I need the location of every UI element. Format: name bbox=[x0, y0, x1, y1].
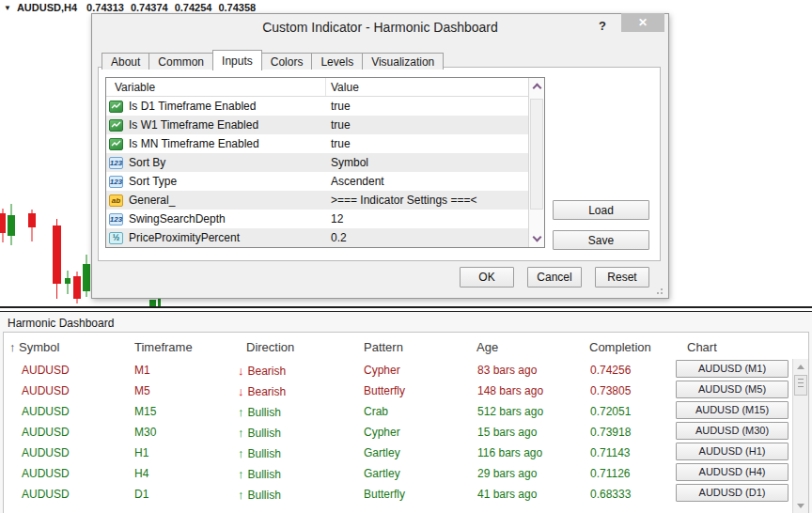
scrollbar-thumb[interactable] bbox=[794, 375, 807, 396]
scroll-down-icon[interactable] bbox=[797, 504, 804, 508]
cell-symbol: AUDUSD bbox=[22, 405, 70, 418]
open-chart-button[interactable]: AUDUSD (M5) bbox=[676, 381, 789, 398]
cell-age: 29 bars ago bbox=[477, 467, 537, 480]
column-header-completion[interactable]: Completion bbox=[589, 340, 651, 354]
custom-indicator-dialog: Custom Indicator - Harmonic Dashboard ? … bbox=[91, 13, 669, 299]
input-variable: PriceProximityPercent bbox=[129, 231, 240, 244]
cell-symbol: AUDUSD bbox=[22, 446, 70, 459]
input-variable: Is D1 Timeframe Enabled bbox=[129, 100, 256, 113]
input-value[interactable]: true bbox=[331, 137, 351, 150]
table-row: AUDUSD D1 ↑Bullish Butterfly 41 bars ago… bbox=[4, 483, 791, 504]
inputs-scrollbar[interactable] bbox=[528, 78, 544, 247]
timeframe-chart-icon bbox=[109, 119, 123, 132]
cell-age: 116 bars ago bbox=[477, 446, 542, 459]
scrollbar-thumb[interactable] bbox=[530, 99, 543, 210]
tab-common[interactable]: Common bbox=[148, 53, 213, 70]
open-chart-button[interactable]: AUDUSD (M1) bbox=[676, 360, 789, 378]
chart-dropdown-icon[interactable]: ▼ bbox=[4, 4, 11, 12]
input-value[interactable]: true bbox=[331, 118, 351, 132]
fraction-icon: ½ bbox=[109, 232, 123, 244]
input-value[interactable]: true bbox=[331, 100, 351, 113]
reset-button[interactable]: Reset bbox=[595, 267, 649, 288]
save-button[interactable]: Save bbox=[553, 230, 649, 250]
resize-grip[interactable] bbox=[656, 286, 664, 294]
input-row[interactable]: 123 Sort By Symbol bbox=[106, 153, 528, 172]
input-variable: Sort By bbox=[129, 156, 165, 169]
tab-colors[interactable]: Colors bbox=[261, 53, 313, 70]
open-chart-button[interactable]: AUDUSD (H4) bbox=[676, 463, 789, 481]
input-row[interactable]: Is W1 Timeframe Enabled true bbox=[106, 116, 528, 134]
column-header-age[interactable]: Age bbox=[476, 340, 498, 354]
cell-pattern: Cypher bbox=[364, 426, 400, 439]
input-row[interactable]: 123 Sort Type Ascendent bbox=[106, 172, 528, 191]
input-value[interactable]: 12 bbox=[331, 212, 343, 225]
variable-column-header: Variable bbox=[115, 81, 155, 94]
ok-button[interactable]: OK bbox=[460, 267, 514, 288]
cell-direction: ↑Bullish bbox=[238, 426, 281, 440]
dashboard-scrollbar[interactable] bbox=[792, 359, 808, 513]
tab-visualization[interactable]: Visualization bbox=[362, 53, 444, 70]
open-chart-button[interactable]: AUDUSD (M30) bbox=[676, 422, 789, 440]
scroll-up-icon[interactable] bbox=[797, 365, 804, 369]
column-header-timeframe[interactable]: Timeframe bbox=[134, 340, 193, 354]
open-chart-button[interactable]: AUDUSD (M15) bbox=[676, 401, 789, 419]
input-variable: General_ bbox=[129, 194, 175, 207]
cell-pattern: Butterfly bbox=[364, 384, 405, 397]
timeframe-chart-icon bbox=[109, 101, 123, 113]
text-icon: ab bbox=[109, 194, 123, 207]
input-row[interactable]: 123 SwingSearchDepth 12 bbox=[106, 210, 528, 228]
cell-direction: ↑Bullish bbox=[238, 467, 281, 481]
input-value[interactable]: Ascendent bbox=[331, 175, 384, 188]
input-value[interactable]: Symbol bbox=[331, 156, 368, 169]
input-row[interactable]: ½ PriceProximityPercent 0.2 bbox=[106, 228, 528, 247]
quote-high: 0.74374 bbox=[131, 2, 168, 13]
cell-symbol: AUDUSD bbox=[22, 488, 70, 501]
tab-inputs[interactable]: Inputs bbox=[212, 50, 262, 70]
bullish-arrow-icon: ↑ bbox=[238, 488, 244, 502]
cell-age: 41 bars ago bbox=[477, 488, 537, 501]
column-header-pattern[interactable]: Pattern bbox=[364, 340, 403, 354]
open-chart-button[interactable]: AUDUSD (H1) bbox=[676, 443, 789, 460]
quote-low: 0.74254 bbox=[175, 2, 212, 13]
cell-timeframe: H1 bbox=[134, 446, 148, 459]
inputs-rows: Is D1 Timeframe Enabled true Is W1 Timef… bbox=[106, 97, 528, 247]
cell-completion: 0.73918 bbox=[590, 426, 631, 439]
dashboard-rows: AUDUSD M1 ↓Bearish Cypher 83 bars ago 0.… bbox=[4, 359, 791, 504]
inputs-table: Variable Value Is D1 Timeframe Enabled t… bbox=[105, 77, 545, 248]
load-button[interactable]: Load bbox=[553, 200, 649, 220]
input-value[interactable]: 0.2 bbox=[331, 231, 347, 244]
column-header-chart: Chart bbox=[687, 340, 717, 354]
bullish-arrow-icon: ↑ bbox=[238, 467, 244, 481]
close-icon[interactable]: ✕ bbox=[621, 13, 664, 32]
input-variable: Sort Type bbox=[129, 175, 177, 188]
column-header-symbol[interactable]: Symbol bbox=[19, 340, 59, 354]
input-value[interactable]: >=== Indicator Settings ===< bbox=[331, 194, 476, 207]
chart-ohlc-bar: ▼ AUDUSD,H4 0.74313 0.74374 0.74254 0.74… bbox=[4, 1, 262, 14]
scroll-down-icon[interactable] bbox=[533, 233, 542, 242]
input-row[interactable]: Is D1 Timeframe Enabled true bbox=[106, 97, 528, 116]
column-header-direction[interactable]: Direction bbox=[246, 340, 294, 354]
open-chart-button[interactable]: AUDUSD (D1) bbox=[676, 484, 789, 502]
cell-symbol: AUDUSD bbox=[22, 384, 70, 397]
input-row[interactable]: ab General_ >=== Indicator Settings ===< bbox=[106, 191, 528, 210]
cancel-button[interactable]: Cancel bbox=[527, 267, 582, 288]
cell-completion: 0.68333 bbox=[590, 488, 631, 501]
sort-ascending-icon[interactable]: ↑ bbox=[9, 340, 16, 354]
cell-age: 148 bars ago bbox=[477, 384, 543, 397]
cell-age: 512 bars ago bbox=[477, 405, 543, 418]
inputs-tab-page: Variable Value Is D1 Timeframe Enabled t… bbox=[98, 67, 661, 261]
cell-pattern: Butterfly bbox=[364, 488, 405, 501]
help-button[interactable]: ? bbox=[595, 19, 610, 33]
chart-symbol-period: AUDUSD,H4 bbox=[17, 2, 77, 13]
cell-completion: 0.71126 bbox=[590, 467, 631, 480]
cell-completion: 0.71143 bbox=[590, 446, 631, 459]
tab-about[interactable]: About bbox=[102, 53, 149, 70]
scroll-up-icon[interactable] bbox=[533, 84, 542, 93]
tab-levels[interactable]: Levels bbox=[311, 53, 363, 70]
cell-symbol: AUDUSD bbox=[22, 467, 70, 480]
dialog-titlebar[interactable]: Custom Indicator - Harmonic Dashboard ? … bbox=[92, 14, 668, 39]
number-icon: 123 bbox=[109, 157, 123, 169]
value-column-header: Value bbox=[331, 81, 359, 94]
input-row[interactable]: Is MN Timeframe Enabled true bbox=[106, 134, 528, 153]
cell-direction: ↑Bullish bbox=[238, 405, 281, 419]
